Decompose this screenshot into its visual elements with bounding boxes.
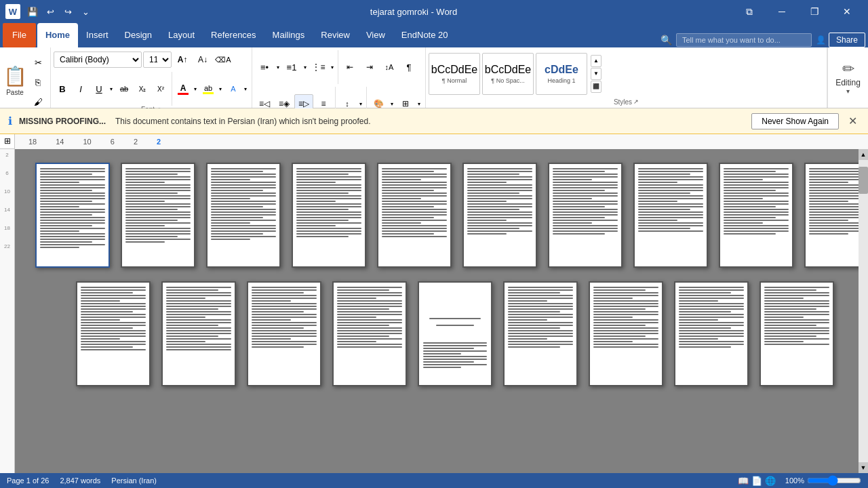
scroll-thumb[interactable] xyxy=(859,167,868,194)
page-thumb-10[interactable] xyxy=(804,163,859,268)
status-bar: Page 1 of 26 2,847 words Persian (Iran) … xyxy=(0,473,868,488)
page-thumb-7[interactable] xyxy=(548,163,623,268)
increase-indent-button[interactable]: ⇥ xyxy=(360,58,379,77)
tab-home[interactable]: Home xyxy=(37,23,78,47)
font-size-select[interactable]: 11 xyxy=(143,52,172,68)
scroll-down-btn[interactable]: ▼ xyxy=(859,462,868,473)
grow-font-button[interactable]: A↑ xyxy=(173,50,192,69)
page-thumb-20[interactable] xyxy=(760,281,834,386)
highlight-dropdown[interactable]: ▾ xyxy=(217,80,224,98)
strikethrough-button[interactable]: ab xyxy=(115,80,133,98)
page-thumb-19[interactable] xyxy=(674,281,749,386)
font-color-button[interactable]: A xyxy=(174,80,192,98)
styles-scroll-up[interactable]: ▲ xyxy=(591,55,601,67)
clear-format-button[interactable]: ⌫A xyxy=(214,50,233,69)
restore-button[interactable]: ❐ xyxy=(799,0,830,23)
bold-button[interactable]: B xyxy=(54,80,71,98)
style-nospace-text: bCcDdEe xyxy=(485,64,531,76)
tab-insert[interactable]: Insert xyxy=(78,23,117,47)
page-thumb-3[interactable] xyxy=(206,163,281,268)
font-color-dropdown[interactable]: ▾ xyxy=(192,80,199,98)
styles-scroll-down[interactable]: ▼ xyxy=(591,68,601,80)
ribbon-display-button[interactable]: ⧉ xyxy=(734,0,765,23)
undo-button[interactable]: ↩ xyxy=(42,3,58,20)
bullets-button[interactable]: ≡• xyxy=(255,58,274,77)
underline-button[interactable]: U xyxy=(90,80,108,98)
page-thumb-13[interactable] xyxy=(161,281,236,386)
italic-button[interactable]: I xyxy=(72,80,90,98)
print-layout-btn[interactable]: 📄 xyxy=(751,476,762,486)
paste-button[interactable]: 📋 Paste xyxy=(3,63,27,98)
styles-label: Styles ↗ xyxy=(429,97,824,108)
styles-expand[interactable]: ⬛ xyxy=(591,81,601,93)
sort-button[interactable]: ↕A xyxy=(380,58,399,77)
superscript-button[interactable]: X² xyxy=(152,80,170,98)
page-1-content xyxy=(40,168,105,262)
decrease-indent-button[interactable]: ⇤ xyxy=(340,58,359,77)
page-thumb-9[interactable] xyxy=(719,163,793,268)
tab-design[interactable]: Design xyxy=(117,23,160,47)
style-normal-text: bCcDdEe xyxy=(431,64,477,76)
page-thumb-15[interactable] xyxy=(332,281,407,386)
tell-me-input[interactable] xyxy=(676,33,812,47)
save-button[interactable]: 💾 xyxy=(24,3,41,20)
tab-review[interactable]: Review xyxy=(313,23,358,47)
tab-references[interactable]: References xyxy=(203,23,264,47)
page-thumb-14[interactable] xyxy=(247,281,321,386)
page-thumb-17[interactable] xyxy=(503,281,578,386)
never-show-again-button[interactable]: Never Show Again xyxy=(751,113,839,129)
font-name-select[interactable]: Calibri (Body) xyxy=(54,52,142,68)
page-thumb-4[interactable] xyxy=(292,163,366,268)
underline-dropdown[interactable]: ▾ xyxy=(108,80,115,98)
page-thumb-1[interactable] xyxy=(35,163,110,268)
cut-button[interactable]: ✂ xyxy=(28,53,47,72)
tab-mailings[interactable]: Mailings xyxy=(264,23,313,47)
ruler-corner[interactable]: ⊞ xyxy=(0,134,15,149)
numbering-dropdown[interactable]: ▾ xyxy=(302,58,309,76)
multilevel-dropdown[interactable]: ▾ xyxy=(329,58,336,76)
read-mode-btn[interactable]: 📖 xyxy=(738,476,749,486)
scroll-up-btn[interactable]: ▲ xyxy=(859,149,868,160)
copy-button[interactable]: ⎘ xyxy=(28,73,47,92)
style-normal[interactable]: bCcDdEe ¶ Normal xyxy=(429,53,480,95)
share-button[interactable]: Share xyxy=(829,33,865,47)
minimize-button[interactable]: ─ xyxy=(766,0,797,23)
numbering-button[interactable]: ≡1 xyxy=(282,58,301,77)
style-heading1[interactable]: cDdEe Heading 1 xyxy=(536,53,587,95)
multilevel-button[interactable]: ⋮≡ xyxy=(309,58,328,77)
text-effect-area: A ▾ xyxy=(224,80,249,98)
zoom-slider[interactable] xyxy=(807,475,861,486)
text-effects-dropdown[interactable]: ▾ xyxy=(242,80,249,98)
page-thumb-5[interactable] xyxy=(377,163,452,268)
page-thumb-18[interactable] xyxy=(589,281,663,386)
redo-button[interactable]: ↪ xyxy=(60,3,76,20)
bullets-dropdown[interactable]: ▾ xyxy=(275,58,281,76)
notification-close-button[interactable]: ✕ xyxy=(846,115,860,127)
text-effects-button[interactable]: A xyxy=(224,80,242,98)
page-thumb-8[interactable] xyxy=(633,163,708,268)
tab-file[interactable]: File xyxy=(3,23,36,47)
page-18-content xyxy=(593,287,658,381)
tab-endnote[interactable]: EndNote 20 xyxy=(393,23,456,47)
close-button[interactable]: ✕ xyxy=(831,0,863,23)
show-marks-button[interactable]: ¶ xyxy=(399,58,418,77)
subscript-button[interactable]: X₂ xyxy=(134,80,151,98)
page-thumb-2[interactable] xyxy=(121,163,195,268)
tab-layout[interactable]: Layout xyxy=(160,23,203,47)
page-thumb-12[interactable] xyxy=(76,281,151,386)
page-thumb-6[interactable] xyxy=(462,163,537,268)
paragraph-group: ≡• ▾ ≡1 ▾ ⋮≡ ▾ ⇤ ⇥ ↕A ¶ ≡◁ ≡◈ ≡▷ ≡ xyxy=(252,47,426,108)
shrink-font-button[interactable]: A↓ xyxy=(193,50,212,69)
tab-view[interactable]: View xyxy=(358,23,393,47)
web-layout-btn[interactable]: 🌐 xyxy=(765,476,776,486)
scroll-track[interactable] xyxy=(859,160,868,462)
styles-launcher[interactable]: ↗ xyxy=(633,98,639,105)
highlight-button[interactable]: ab xyxy=(199,80,217,98)
clipboard-content: 📋 Paste ✂ ⎘ 🖌 xyxy=(3,50,47,111)
style-nospace[interactable]: bCcDdEe ¶ No Spac... xyxy=(482,53,534,95)
vertical-scrollbar[interactable]: ▲ ▼ xyxy=(859,149,868,473)
paste-label: Paste xyxy=(6,89,24,96)
title-bar-left: W 💾 ↩ ↪ ⌄ xyxy=(5,3,94,20)
page-thumb-16[interactable] xyxy=(418,281,492,386)
customize-qat-button[interactable]: ⌄ xyxy=(77,3,94,20)
